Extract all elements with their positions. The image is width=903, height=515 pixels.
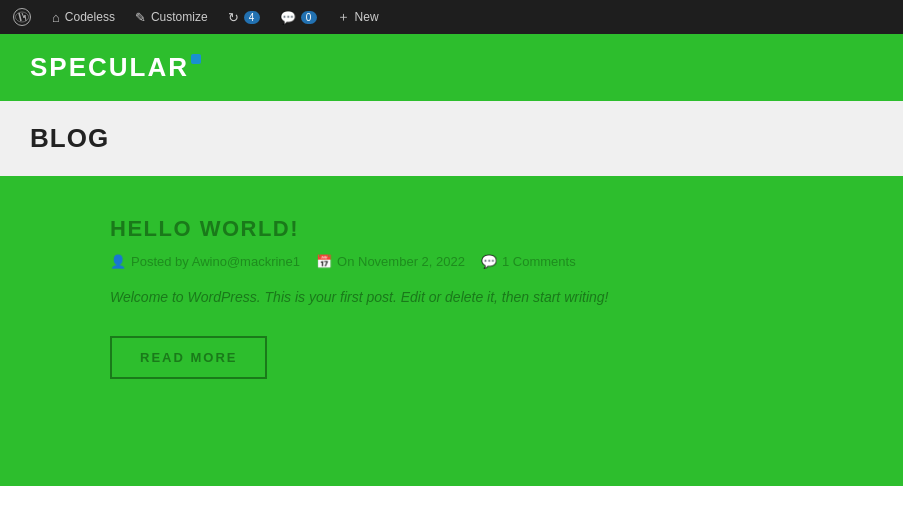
site-name-text: SPECULAR <box>30 52 189 82</box>
blog-bar: BLOG <box>0 101 903 176</box>
customize-label: Customize <box>151 10 208 24</box>
site-header: SPECULAR <box>0 34 903 101</box>
post-excerpt: Welcome to WordPress. This is your first… <box>110 287 873 308</box>
post-comments-text: 1 Comments <box>502 254 576 269</box>
admin-bar: ⌂ Codeless ✎ Customize ↻ 4 💬 0 ＋ New <box>0 0 903 34</box>
svg-point-0 <box>14 9 31 26</box>
post-comments-meta: 💬 1 Comments <box>481 254 576 269</box>
calendar-icon: 📅 <box>316 254 332 269</box>
wp-logo-button[interactable] <box>8 3 36 31</box>
comments-button[interactable]: 💬 0 <box>272 0 325 34</box>
plus-icon: ＋ <box>337 8 350 26</box>
pencil-icon: ✎ <box>135 10 146 25</box>
codeless-button[interactable]: ⌂ Codeless <box>44 0 123 34</box>
comment-icon: 💬 <box>280 10 296 25</box>
updates-badge: 4 <box>244 11 260 24</box>
comments-meta-icon: 💬 <box>481 254 497 269</box>
post-meta: 👤 Posted by Awino@mackrine1 📅 On Novembe… <box>110 254 873 269</box>
new-button[interactable]: ＋ New <box>329 0 387 34</box>
new-label: New <box>355 10 379 24</box>
post-date-meta: 📅 On November 2, 2022 <box>316 254 465 269</box>
comments-badge: 0 <box>301 11 317 24</box>
author-icon: 👤 <box>110 254 126 269</box>
house-icon: ⌂ <box>52 10 60 25</box>
read-more-button[interactable]: READ MORE <box>110 336 267 379</box>
post-title: HELLO WORLD! <box>110 216 873 242</box>
post-author-text: Posted by Awino@mackrine1 <box>131 254 300 269</box>
customize-button[interactable]: ✎ Customize <box>127 0 216 34</box>
wordpress-icon <box>13 8 31 26</box>
site-title-badge <box>191 54 201 64</box>
updates-button[interactable]: ↻ 4 <box>220 0 268 34</box>
site-title: SPECULAR <box>30 52 189 83</box>
codeless-label: Codeless <box>65 10 115 24</box>
post-date-text: On November 2, 2022 <box>337 254 465 269</box>
main-content: HELLO WORLD! 👤 Posted by Awino@mackrine1… <box>0 176 903 486</box>
post-author-meta: 👤 Posted by Awino@mackrine1 <box>110 254 300 269</box>
blog-page-title: BLOG <box>30 123 873 154</box>
refresh-icon: ↻ <box>228 10 239 25</box>
